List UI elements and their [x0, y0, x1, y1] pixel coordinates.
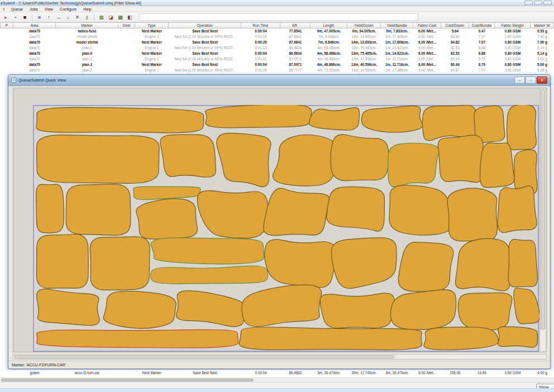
- table-row[interactable]: data70plan-1Engine 1Nest full (1.00 Minu…: [0, 56, 554, 62]
- marker-piece: [361, 106, 423, 132]
- table-cell: 0m, 94.005cm.: [347, 28, 381, 34]
- table-cell: 0:01:26: [241, 34, 280, 40]
- column-header[interactable]: P: [0, 22, 13, 28]
- table-cell: Nest Marker: [135, 370, 169, 376]
- marker-view-icon[interactable]: ▦: [97, 13, 106, 21]
- table-cell: 5.64: [441, 28, 469, 34]
- app-title: eSubmit - C:\Users\Public\Gerber Technol…: [1, 0, 141, 6]
- marker-piece: [37, 135, 159, 184]
- marker-piece: [265, 240, 336, 288]
- table-cell: plan-0: [56, 45, 118, 51]
- table-cell: data70: [13, 62, 56, 68]
- table-cell: data70: [13, 40, 56, 45]
- marker-piece: [424, 327, 498, 350]
- marker-piece: [37, 329, 238, 348]
- table-cell: 0.80 GSM: [495, 34, 531, 40]
- marker-piece: [320, 293, 394, 328]
- move-up-icon[interactable]: ↑: [45, 13, 53, 21]
- column-header[interactable]: Fabric Cost: [413, 22, 441, 28]
- table-row[interactable]: golamaccu-f2-furn-carNest MarkerSave Bes…: [0, 370, 554, 376]
- main-horizontal-scrollbar[interactable]: [0, 377, 554, 383]
- table-cell: [118, 68, 135, 73]
- bottom-status-strip: [0, 388, 554, 392]
- pause-icon[interactable]: ▪: [11, 13, 20, 21]
- table-cell: Save Best Nest: [169, 40, 241, 45]
- menu-item-configure[interactable]: Configure: [56, 6, 80, 12]
- column-header[interactable]: Dest: [118, 22, 135, 28]
- table-cell: 6.70: [469, 62, 495, 68]
- queue-icon[interactable]: ■: [35, 13, 44, 21]
- table-row[interactable]: data70plan-0Engine 1Nest full (1.00 Minu…: [0, 45, 554, 51]
- move-down-icon[interactable]: ↓: [64, 13, 72, 21]
- quickview-titlebar[interactable]: QueueSubmit Quick View – ▫ ×: [8, 75, 550, 86]
- table-cell: 6.88: [469, 51, 495, 56]
- table-cell: 39m, 17.745cm.: [347, 370, 381, 376]
- minimize-icon[interactable]: [524, 1, 533, 5]
- menu-item-t[interactable]: t: [0, 6, 8, 12]
- table-row[interactable]: data70model shrinkNest MarkerSave Best N…: [0, 40, 554, 45]
- table-cell: Save Best Nest: [169, 370, 241, 376]
- menu-item-queue[interactable]: Queue: [8, 6, 26, 12]
- scrollbar-thumb[interactable]: [1, 379, 254, 381]
- table-row[interactable]: data70ladies-fuseNest MarkerSave Best Ne…: [0, 28, 554, 34]
- column-header[interactable]: Yield/Bundle: [381, 22, 413, 28]
- column-header[interactable]: Fabric Weight: [495, 22, 531, 28]
- scrollbar-thumb[interactable]: [541, 89, 545, 329]
- column-header[interactable]: Cost/Bundle: [469, 22, 495, 28]
- table-row[interactable]: data70plan-2Engine 1Nest full (1.00 Minu…: [0, 68, 554, 73]
- scrollbar-thumb[interactable]: [15, 355, 394, 358]
- marker-piece: [498, 186, 537, 233]
- close-icon[interactable]: [543, 1, 552, 5]
- table-cell: 87.6641: [280, 40, 311, 45]
- app-titlebar[interactable]: eSubmit - C:\Users\Public\Gerber Technol…: [0, 0, 554, 6]
- column-header[interactable]: Run Time: [241, 22, 280, 28]
- quickview-horizontal-scrollbar[interactable]: [13, 354, 547, 360]
- column-header[interactable]: Cost/Dozen: [441, 22, 469, 28]
- table-cell: 6.00 /Met...: [413, 45, 441, 51]
- column-header[interactable]: Operation: [169, 22, 241, 28]
- settings-icon[interactable]: ◧: [126, 13, 134, 21]
- quickview-window-icon: [11, 78, 16, 83]
- maximize-icon[interactable]: ▫: [526, 77, 536, 84]
- key-icon[interactable]: ⚷: [83, 13, 91, 21]
- table-row[interactable]: data70plan-0Nest MarkerSave Best Nest0:0…: [0, 51, 554, 56]
- column-header[interactable]: Marker W: [531, 22, 554, 28]
- table-cell: 84.82: [441, 40, 469, 45]
- stop-icon[interactable]: ■: [21, 13, 29, 21]
- run-icon[interactable]: ▸: [2, 13, 10, 21]
- column-header[interactable]: Area: [13, 22, 56, 28]
- table-cell: 0:01:25: [241, 68, 280, 73]
- table-cell: 0.80 GSM: [495, 51, 531, 56]
- toolbar-separator: [32, 14, 32, 21]
- maximize-icon[interactable]: [534, 1, 542, 5]
- report-icon[interactable]: ◪: [107, 13, 115, 21]
- table-cell: 80.44: [441, 56, 469, 62]
- close-icon[interactable]: ×: [537, 77, 547, 84]
- menu-item-help[interactable]: Help: [80, 6, 94, 12]
- table-cell: Nest full (1.00 Minutes or 99%) REST...: [169, 34, 241, 40]
- column-header[interactable]: Yield/Dozen: [347, 22, 381, 28]
- marker-piece: [507, 105, 537, 150]
- marker-nest-canvas: [13, 88, 547, 352]
- menu-item-view[interactable]: View: [41, 6, 56, 12]
- table-cell: data70: [13, 56, 56, 62]
- delete-icon[interactable]: ✕: [73, 13, 82, 21]
- marker-piece: [239, 327, 422, 350]
- column-header[interactable]: Marker: [56, 22, 118, 28]
- toolbar-filter-box[interactable]: [139, 13, 418, 21]
- column-header[interactable]: Type: [135, 22, 169, 28]
- toolbar: ▸▪■■↑→↓✕⚷▦◪▩◧: [0, 12, 554, 22]
- nest-icon[interactable]: ▩: [116, 13, 125, 21]
- table-cell: 3m, 26.479cm.: [381, 370, 413, 376]
- column-header[interactable]: Length: [311, 22, 347, 28]
- column-header[interactable]: Eff.: [280, 22, 311, 28]
- quickview-vertical-scrollbar[interactable]: [539, 89, 546, 351]
- marker-piece: [273, 135, 338, 186]
- menu-item-jobs[interactable]: Jobs: [26, 6, 41, 12]
- minimize-icon[interactable]: –: [514, 77, 525, 84]
- table-cell: [0, 62, 13, 68]
- table-cell: 0:01:13: [241, 45, 280, 51]
- table-row[interactable]: data70model shrinkEngine 1Nest full (1.0…: [0, 34, 554, 40]
- move-right-icon[interactable]: →: [54, 13, 63, 21]
- table-row[interactable]: data70plan-1Nest MarkerSave Best Nest0:0…: [0, 62, 554, 68]
